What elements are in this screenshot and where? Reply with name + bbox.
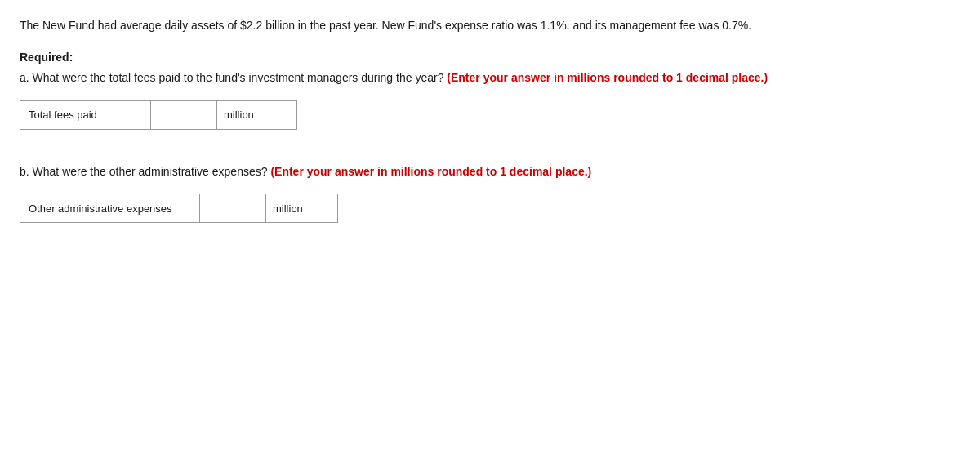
other-admin-input[interactable]: [200, 194, 265, 222]
total-fees-unit: million: [216, 101, 261, 129]
other-admin-input-row: Other administrative expenses million: [20, 194, 338, 223]
section-b: b. What were the other administrative ex…: [20, 162, 960, 223]
intro-paragraph: The New Fund had average daily assets of…: [20, 16, 960, 34]
other-admin-unit: million: [265, 194, 310, 222]
question-b-text: b. What were the other administrative ex…: [20, 162, 960, 180]
question-b-highlight: (Enter your answer in millions rounded t…: [268, 165, 592, 178]
required-section: Required: a. What were the total fees pa…: [20, 51, 960, 129]
question-a-static: a. What were the total fees paid to the …: [20, 71, 443, 84]
total-fees-label: Total fees paid: [20, 101, 151, 129]
total-fees-input[interactable]: [151, 101, 216, 129]
other-admin-label: Other administrative expenses: [20, 194, 200, 222]
required-label: Required:: [20, 51, 960, 64]
question-b-static: b. What were the other administrative ex…: [20, 165, 268, 178]
question-a-text: a. What were the total fees paid to the …: [20, 69, 960, 87]
question-a-highlight: (Enter your answer in millions rounded t…: [443, 71, 768, 84]
total-fees-input-row: Total fees paid million: [20, 100, 297, 130]
